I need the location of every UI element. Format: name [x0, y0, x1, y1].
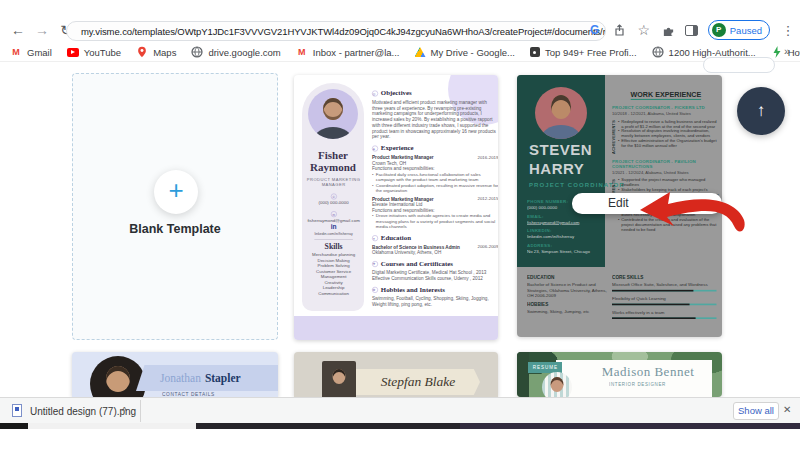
- core-skill-label: Flexibility of Quick Learning: [612, 296, 717, 302]
- decor-strip: [294, 316, 498, 340]
- cropped-header-button: [703, 57, 775, 73]
- bookmarks-bar: MGmail YouTube Maps drive.google.com MIn…: [0, 43, 800, 62]
- contact-value: fisherraymond@gmail.com: [527, 220, 604, 225]
- bookmark-gmail[interactable]: MGmail: [10, 46, 52, 58]
- contact-label: ADDRESS:: [527, 243, 604, 248]
- resume-name: Stepfan Blake: [381, 374, 456, 390]
- profile-paused-badge[interactable]: P Paused: [708, 20, 770, 40]
- name-banner: Jonathan Stapler: [136, 365, 278, 391]
- blank-template-label: Blank Template: [73, 222, 277, 236]
- back-button[interactable]: ←: [8, 20, 28, 40]
- section-title: Hobbies and Interests: [381, 286, 445, 294]
- bookmark-star-icon[interactable]: ☆: [636, 22, 652, 38]
- core-skill-bar: [612, 317, 717, 319]
- course-item: Effective Communication Skills course, U…: [372, 276, 498, 282]
- gmail-icon: M: [10, 46, 22, 58]
- gmail-icon: M: [296, 46, 308, 58]
- template-card-stepfan[interactable]: Stepfan Blake: [294, 352, 498, 397]
- template-card-jonathan[interactable]: Jonathan Stapler CONTACT DETAILS: [72, 352, 278, 397]
- divider: [140, 400, 141, 422]
- bullet-item: Effective administration of the Organiza…: [618, 139, 720, 149]
- email-icon: ✉: [331, 211, 337, 217]
- job-dates: 1/2021 - 12/2024, Alabama, United States: [612, 170, 720, 175]
- extensions-icon[interactable]: [662, 24, 675, 37]
- phone-icon: ✆: [331, 194, 337, 200]
- browser-toolbar: ← → ↻ my.visme.co/templates/OWtpY1JDc1F3…: [0, 0, 800, 43]
- blank-template-card[interactable]: + Blank Template: [72, 73, 278, 340]
- bullet-item: Facilitated daily cross-functional colla…: [372, 172, 498, 183]
- resume-job-title-2: MANAGER: [305, 182, 362, 187]
- side-panel-icon[interactable]: [685, 25, 698, 36]
- profile-photo: [542, 372, 572, 397]
- resume-name-first: STEVEN: [529, 141, 592, 158]
- url-text: my.visme.co/templates/OWtpY1JDc1F3VVVGV2…: [81, 26, 606, 37]
- skills-title: Skills: [305, 242, 362, 251]
- job-role: PROJECT COORDINATOR - PAVILION CONSTRUCT…: [612, 159, 720, 169]
- edu-dates: 2006-2009: [477, 244, 498, 250]
- share-icon[interactable]: [613, 24, 626, 37]
- hobbies-title: HOBBIES: [527, 302, 610, 308]
- profile-photo: [308, 89, 358, 139]
- resume-name: Madison Bennet: [583, 364, 713, 380]
- contact-label: LINKEDIN:: [527, 229, 604, 234]
- resume-job-title: PROJECT COORDINATOR: [529, 182, 625, 188]
- forward-button[interactable]: →: [32, 20, 52, 40]
- site-icon: [530, 47, 540, 57]
- resume-tag-label: RESUME: [532, 365, 557, 370]
- google-icon[interactable]: G: [587, 23, 603, 37]
- bookmark-my-drive[interactable]: My Drive - Google...: [415, 47, 515, 58]
- bookmarks-overflow-icon[interactable]: »: [784, 45, 790, 57]
- template-card-fisher[interactable]: Fisher Raymond PRODUCT MARKETING MANAGER…: [294, 75, 498, 340]
- edit-button[interactable]: Edit: [572, 193, 722, 214]
- add-blank-button[interactable]: +: [154, 170, 198, 214]
- youtube-icon: [67, 48, 79, 57]
- bookmark-drive-link[interactable]: drive.google.com: [191, 46, 280, 58]
- section-title: Experience: [381, 144, 414, 152]
- resume-name-first: Fisher: [302, 149, 364, 161]
- download-filename[interactable]: Untitled design (77).png: [30, 406, 136, 417]
- core-skill-label: Microsoft Office Suite, Salesforce, and …: [612, 282, 717, 288]
- bookmark-inbox[interactable]: MInbox - partner@la...: [296, 46, 400, 58]
- scroll-to-top-button[interactable]: ↑: [737, 87, 785, 135]
- menu-icon[interactable]: ⋮: [780, 23, 796, 38]
- bolt-icon: [771, 46, 783, 58]
- maps-pin-icon: [136, 46, 148, 58]
- core-skill-bar: [612, 304, 717, 306]
- show-all-button[interactable]: Show all: [733, 402, 779, 420]
- resume-name-last: Stapler: [205, 372, 241, 384]
- contact-value: No 23, Simpson Street, Chicago: [527, 249, 604, 254]
- section-title: Courses and Certificates: [381, 260, 453, 268]
- chevron-up-icon[interactable]: ^: [122, 406, 127, 417]
- resume-sidebar-content: PRODUCT MARKETING MANAGER ✆ (000) 000-00…: [305, 177, 362, 296]
- edu-school: Oklahoma University, Athens, OH: [372, 250, 498, 256]
- drive-icon: [415, 47, 426, 57]
- bookmark-maps[interactable]: Maps: [136, 46, 176, 58]
- objectives-body: Motivated and efficient product marketin…: [372, 99, 498, 139]
- profile-photo: [535, 87, 587, 139]
- contact-value: linkedin.com/in/fisherray: [527, 235, 604, 240]
- education-icon: ✦: [372, 235, 378, 241]
- globe-icon: [652, 46, 664, 58]
- bullet-item: Drove initiatives with outside agencies …: [372, 213, 498, 230]
- core-skills-title: CORE SKILLS: [612, 275, 717, 281]
- resume-linkedin: linkedin.com/in/fisherray: [305, 231, 362, 237]
- template-card-madison[interactable]: RESUME Madison Bennet INTERIOR DESIGNER: [517, 352, 722, 397]
- bookmark-youtube[interactable]: YouTube: [67, 47, 121, 58]
- work-experience-title: WORK EXPERIENCE: [631, 90, 702, 100]
- contact-label: EMAIL:: [527, 214, 604, 219]
- address-bar[interactable]: my.visme.co/templates/OWtpY1JDc1F3VVVGV2…: [66, 21, 606, 41]
- paused-label: Paused: [730, 25, 762, 36]
- bullet-item: Redeployed to revive a failing business …: [618, 119, 720, 129]
- job-role: Product Marketing Manager: [372, 155, 434, 161]
- bookmark-top-949[interactable]: Top 949+ Free Profi...: [530, 47, 637, 58]
- hobbies-body: Swimming, Skiing, Jumping, etc: [527, 309, 610, 315]
- job-role: PROJECT COORDINATOR - FICKERS LTD: [612, 105, 720, 110]
- hobbies-icon: ✿: [372, 287, 378, 293]
- toolbar-actions: G ☆ P Paused ⋮: [587, 20, 796, 40]
- edu-degree: Bachelor of Science in Business Admin: [372, 244, 460, 250]
- close-icon[interactable]: ✕: [783, 404, 791, 415]
- core-skill-label: Works effectively in a team: [612, 310, 717, 316]
- hobbies-body: Swimming, Football, Cycling, Shopping, S…: [372, 296, 498, 308]
- core-skill-bar: [612, 290, 717, 292]
- linkedin-icon: in: [305, 223, 362, 231]
